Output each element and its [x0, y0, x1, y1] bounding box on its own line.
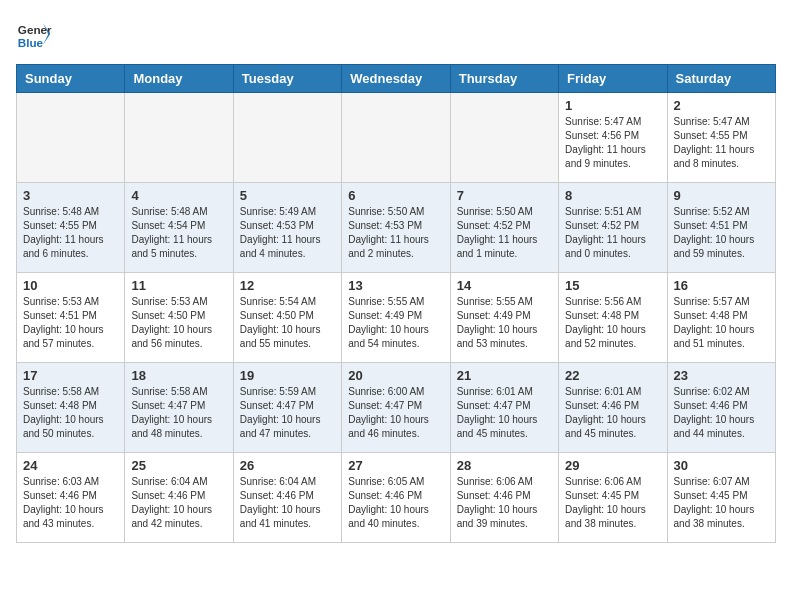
calendar-cell: 10Sunrise: 5:53 AMSunset: 4:51 PMDayligh…	[17, 273, 125, 363]
calendar-cell: 2Sunrise: 5:47 AMSunset: 4:55 PMDaylight…	[667, 93, 775, 183]
day-number: 28	[457, 458, 552, 473]
day-number: 3	[23, 188, 118, 203]
day-info: Sunrise: 5:54 AMSunset: 4:50 PMDaylight:…	[240, 295, 335, 351]
calendar-cell: 18Sunrise: 5:58 AMSunset: 4:47 PMDayligh…	[125, 363, 233, 453]
calendar-cell: 27Sunrise: 6:05 AMSunset: 4:46 PMDayligh…	[342, 453, 450, 543]
weekday-header-friday: Friday	[559, 65, 667, 93]
day-info: Sunrise: 5:47 AMSunset: 4:55 PMDaylight:…	[674, 115, 769, 171]
calendar-week-4: 17Sunrise: 5:58 AMSunset: 4:48 PMDayligh…	[17, 363, 776, 453]
day-number: 24	[23, 458, 118, 473]
calendar-cell: 7Sunrise: 5:50 AMSunset: 4:52 PMDaylight…	[450, 183, 558, 273]
day-number: 26	[240, 458, 335, 473]
calendar-cell: 30Sunrise: 6:07 AMSunset: 4:45 PMDayligh…	[667, 453, 775, 543]
calendar-cell: 3Sunrise: 5:48 AMSunset: 4:55 PMDaylight…	[17, 183, 125, 273]
calendar-cell: 13Sunrise: 5:55 AMSunset: 4:49 PMDayligh…	[342, 273, 450, 363]
day-info: Sunrise: 5:53 AMSunset: 4:51 PMDaylight:…	[23, 295, 118, 351]
day-number: 18	[131, 368, 226, 383]
day-number: 11	[131, 278, 226, 293]
calendar-cell: 26Sunrise: 6:04 AMSunset: 4:46 PMDayligh…	[233, 453, 341, 543]
page-header: General Blue	[16, 16, 776, 52]
calendar-cell: 15Sunrise: 5:56 AMSunset: 4:48 PMDayligh…	[559, 273, 667, 363]
calendar-cell: 24Sunrise: 6:03 AMSunset: 4:46 PMDayligh…	[17, 453, 125, 543]
calendar-table: SundayMondayTuesdayWednesdayThursdayFrid…	[16, 64, 776, 543]
day-number: 4	[131, 188, 226, 203]
calendar-week-3: 10Sunrise: 5:53 AMSunset: 4:51 PMDayligh…	[17, 273, 776, 363]
weekday-header-sunday: Sunday	[17, 65, 125, 93]
weekday-header-tuesday: Tuesday	[233, 65, 341, 93]
day-info: Sunrise: 5:47 AMSunset: 4:56 PMDaylight:…	[565, 115, 660, 171]
day-number: 22	[565, 368, 660, 383]
day-info: Sunrise: 5:57 AMSunset: 4:48 PMDaylight:…	[674, 295, 769, 351]
day-info: Sunrise: 6:01 AMSunset: 4:46 PMDaylight:…	[565, 385, 660, 441]
day-info: Sunrise: 5:58 AMSunset: 4:48 PMDaylight:…	[23, 385, 118, 441]
day-number: 27	[348, 458, 443, 473]
day-info: Sunrise: 5:51 AMSunset: 4:52 PMDaylight:…	[565, 205, 660, 261]
day-number: 17	[23, 368, 118, 383]
calendar-cell: 29Sunrise: 6:06 AMSunset: 4:45 PMDayligh…	[559, 453, 667, 543]
svg-text:Blue: Blue	[18, 36, 44, 49]
calendar-cell	[17, 93, 125, 183]
day-info: Sunrise: 5:49 AMSunset: 4:53 PMDaylight:…	[240, 205, 335, 261]
calendar-cell: 21Sunrise: 6:01 AMSunset: 4:47 PMDayligh…	[450, 363, 558, 453]
calendar-cell: 1Sunrise: 5:47 AMSunset: 4:56 PMDaylight…	[559, 93, 667, 183]
weekday-header-saturday: Saturday	[667, 65, 775, 93]
day-number: 2	[674, 98, 769, 113]
calendar-week-1: 1Sunrise: 5:47 AMSunset: 4:56 PMDaylight…	[17, 93, 776, 183]
day-number: 29	[565, 458, 660, 473]
weekday-header-row: SundayMondayTuesdayWednesdayThursdayFrid…	[17, 65, 776, 93]
day-number: 21	[457, 368, 552, 383]
calendar-cell: 19Sunrise: 5:59 AMSunset: 4:47 PMDayligh…	[233, 363, 341, 453]
day-number: 20	[348, 368, 443, 383]
day-info: Sunrise: 6:04 AMSunset: 4:46 PMDaylight:…	[240, 475, 335, 531]
day-info: Sunrise: 6:03 AMSunset: 4:46 PMDaylight:…	[23, 475, 118, 531]
calendar-cell	[125, 93, 233, 183]
day-info: Sunrise: 6:01 AMSunset: 4:47 PMDaylight:…	[457, 385, 552, 441]
calendar-cell: 17Sunrise: 5:58 AMSunset: 4:48 PMDayligh…	[17, 363, 125, 453]
calendar-week-5: 24Sunrise: 6:03 AMSunset: 4:46 PMDayligh…	[17, 453, 776, 543]
day-number: 10	[23, 278, 118, 293]
day-number: 16	[674, 278, 769, 293]
calendar-cell: 14Sunrise: 5:55 AMSunset: 4:49 PMDayligh…	[450, 273, 558, 363]
day-number: 12	[240, 278, 335, 293]
calendar-cell	[233, 93, 341, 183]
day-info: Sunrise: 6:06 AMSunset: 4:45 PMDaylight:…	[565, 475, 660, 531]
logo: General Blue	[16, 16, 52, 52]
day-number: 19	[240, 368, 335, 383]
day-info: Sunrise: 6:06 AMSunset: 4:46 PMDaylight:…	[457, 475, 552, 531]
logo-icon: General Blue	[16, 16, 52, 52]
day-info: Sunrise: 6:07 AMSunset: 4:45 PMDaylight:…	[674, 475, 769, 531]
day-info: Sunrise: 6:05 AMSunset: 4:46 PMDaylight:…	[348, 475, 443, 531]
day-number: 6	[348, 188, 443, 203]
day-number: 15	[565, 278, 660, 293]
day-info: Sunrise: 5:58 AMSunset: 4:47 PMDaylight:…	[131, 385, 226, 441]
calendar-cell: 5Sunrise: 5:49 AMSunset: 4:53 PMDaylight…	[233, 183, 341, 273]
calendar-cell: 4Sunrise: 5:48 AMSunset: 4:54 PMDaylight…	[125, 183, 233, 273]
day-info: Sunrise: 6:00 AMSunset: 4:47 PMDaylight:…	[348, 385, 443, 441]
day-info: Sunrise: 5:55 AMSunset: 4:49 PMDaylight:…	[348, 295, 443, 351]
calendar-cell: 11Sunrise: 5:53 AMSunset: 4:50 PMDayligh…	[125, 273, 233, 363]
day-number: 9	[674, 188, 769, 203]
day-info: Sunrise: 5:56 AMSunset: 4:48 PMDaylight:…	[565, 295, 660, 351]
weekday-header-wednesday: Wednesday	[342, 65, 450, 93]
calendar-cell	[450, 93, 558, 183]
day-info: Sunrise: 5:59 AMSunset: 4:47 PMDaylight:…	[240, 385, 335, 441]
weekday-header-monday: Monday	[125, 65, 233, 93]
day-number: 1	[565, 98, 660, 113]
calendar-cell: 23Sunrise: 6:02 AMSunset: 4:46 PMDayligh…	[667, 363, 775, 453]
day-number: 30	[674, 458, 769, 473]
weekday-header-thursday: Thursday	[450, 65, 558, 93]
day-info: Sunrise: 5:48 AMSunset: 4:55 PMDaylight:…	[23, 205, 118, 261]
day-info: Sunrise: 5:50 AMSunset: 4:53 PMDaylight:…	[348, 205, 443, 261]
day-number: 7	[457, 188, 552, 203]
day-number: 13	[348, 278, 443, 293]
calendar-week-2: 3Sunrise: 5:48 AMSunset: 4:55 PMDaylight…	[17, 183, 776, 273]
day-number: 8	[565, 188, 660, 203]
day-info: Sunrise: 5:50 AMSunset: 4:52 PMDaylight:…	[457, 205, 552, 261]
day-info: Sunrise: 5:52 AMSunset: 4:51 PMDaylight:…	[674, 205, 769, 261]
calendar-cell: 9Sunrise: 5:52 AMSunset: 4:51 PMDaylight…	[667, 183, 775, 273]
calendar-cell	[342, 93, 450, 183]
calendar-cell: 25Sunrise: 6:04 AMSunset: 4:46 PMDayligh…	[125, 453, 233, 543]
calendar-cell: 20Sunrise: 6:00 AMSunset: 4:47 PMDayligh…	[342, 363, 450, 453]
calendar-cell: 16Sunrise: 5:57 AMSunset: 4:48 PMDayligh…	[667, 273, 775, 363]
day-info: Sunrise: 6:04 AMSunset: 4:46 PMDaylight:…	[131, 475, 226, 531]
